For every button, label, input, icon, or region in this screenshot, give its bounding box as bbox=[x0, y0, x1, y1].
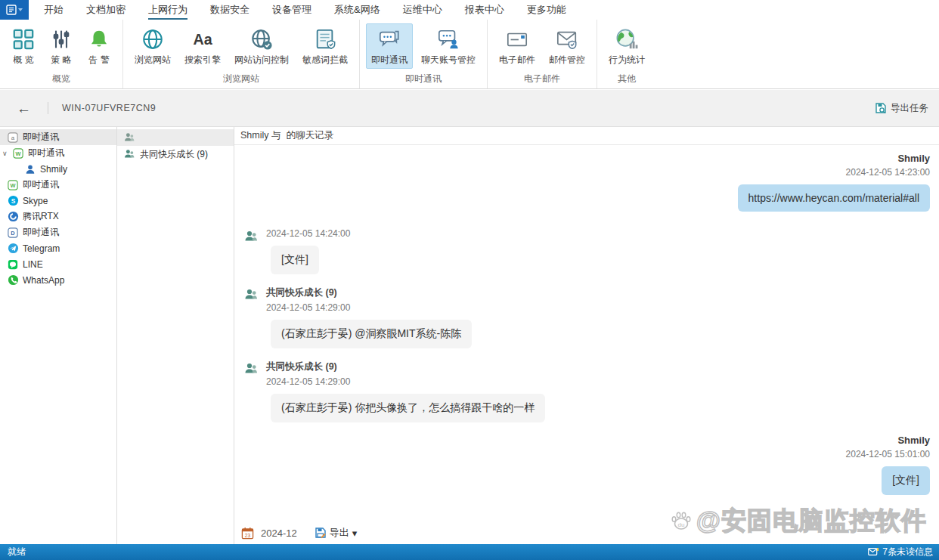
tree-item-wechat[interactable]: ∨ W 即时通讯 bbox=[0, 145, 116, 161]
message-list[interactable]: Shmily 2024-12-05 14:23:00 https://www.h… bbox=[234, 145, 939, 521]
email-label: 电子邮件 bbox=[499, 54, 535, 67]
tab-doc-encrypt[interactable]: 文档加密 bbox=[86, 0, 126, 20]
ribbon-group-im: 即时通讯 聊天账号管控 bbox=[359, 20, 487, 88]
rtx-icon bbox=[7, 211, 19, 223]
contact-row-blank[interactable] bbox=[117, 129, 234, 146]
alert-button[interactable]: 告 警 bbox=[82, 23, 116, 69]
message-bubble[interactable]: https://www.heycan.com/material#all bbox=[738, 184, 930, 212]
mail-control-button[interactable]: 邮件管控 bbox=[544, 23, 590, 69]
export-task-label: 导出任务 bbox=[891, 102, 928, 115]
chat-message: Shmily 2024-12-05 14:23:00 https://www.h… bbox=[738, 153, 930, 212]
chat-footer: 23 2024-12 导出 ▾ bbox=[234, 521, 939, 544]
site-access-control-label: 网站访问控制 bbox=[234, 54, 289, 67]
back-arrow-button[interactable]: ← bbox=[17, 101, 31, 116]
chat-account-control-button[interactable]: 聊天账号管控 bbox=[416, 23, 481, 69]
chat-message: 2024-12-05 14:24:00 [文件] bbox=[243, 228, 350, 274]
tree-item-skype[interactable]: S Skype bbox=[0, 193, 116, 209]
ribbon-group-label: 电子邮件 bbox=[494, 70, 590, 88]
sliders-icon bbox=[49, 27, 73, 51]
tree-item-label: 腾讯RTX bbox=[23, 210, 59, 223]
line-icon bbox=[7, 258, 19, 271]
search-engine-button[interactable]: Aa 搜索引擎 bbox=[179, 23, 226, 69]
group-icon bbox=[123, 148, 135, 160]
unread-messages-button[interactable]: 7条未读信息 bbox=[868, 546, 939, 558]
message-time: 2024-12-05 15:01:00 bbox=[846, 449, 930, 459]
app-menu-button[interactable] bbox=[0, 0, 29, 20]
browse-sites-button[interactable]: 浏览网站 bbox=[129, 23, 176, 69]
tab-web-behavior[interactable]: 上网行为 bbox=[148, 0, 187, 20]
behavior-stats-button[interactable]: 行为统计 bbox=[603, 23, 650, 69]
tree-item-label: Skype bbox=[23, 196, 48, 206]
group-avatar-icon bbox=[243, 287, 259, 302]
svg-text:a: a bbox=[11, 135, 15, 141]
chat-user-icon bbox=[436, 27, 460, 51]
save-icon bbox=[315, 527, 327, 539]
chat-message: Shmily 2024-12-05 15:01:00 [文件] bbox=[846, 435, 930, 495]
user-blue-icon bbox=[24, 163, 36, 175]
group-avatar-icon bbox=[243, 229, 259, 244]
tree-item-label: LINE bbox=[23, 259, 43, 270]
calendar-icon[interactable]: 23 bbox=[241, 527, 254, 540]
im-all-icon: a bbox=[7, 131, 19, 144]
device-name: WIN-07UFVRE7CN9 bbox=[62, 103, 156, 113]
alert-label: 告 警 bbox=[88, 54, 109, 67]
tree-item-telegram[interactable]: Telegram bbox=[0, 240, 116, 256]
chevron-down-icon bbox=[18, 8, 23, 11]
status-text: 就绪 bbox=[0, 546, 26, 558]
status-bar: 就绪 7条未读信息 bbox=[0, 544, 939, 560]
policy-button[interactable]: 策 略 bbox=[44, 23, 79, 69]
message-time: 2024-12-05 14:29:00 bbox=[266, 302, 472, 313]
bell-icon bbox=[87, 27, 111, 51]
tree-item-line[interactable]: LINE bbox=[0, 256, 116, 272]
globe-check-icon bbox=[249, 27, 274, 51]
divider bbox=[48, 102, 48, 114]
chevron-down-icon[interactable]: ∨ bbox=[2, 150, 8, 157]
message-bubble[interactable]: (石家庄彭于晏) 你把头像换了，怎么搞得跟干啥的一样 bbox=[271, 394, 545, 422]
month-selector[interactable]: 2024-12 bbox=[261, 528, 297, 539]
export-button[interactable]: 导出 ▾ bbox=[315, 526, 358, 540]
font-icon: Aa bbox=[191, 27, 215, 51]
tree-item-whatsapp[interactable]: WhatsApp bbox=[0, 272, 116, 288]
skype-icon: S bbox=[7, 195, 19, 207]
tab-system-network[interactable]: 系统&网络 bbox=[334, 0, 380, 20]
ribbon-tab-bar: 开始 文档加密 上网行为 数据安全 设备管理 系统&网络 运维中心 报表中心 更… bbox=[0, 0, 939, 20]
chat-account-control-label: 聊天账号管控 bbox=[421, 54, 476, 67]
tab-start[interactable]: 开始 bbox=[44, 0, 64, 20]
contact-row-group[interactable]: 共同快乐成长 (9) bbox=[117, 146, 234, 162]
message-bubble[interactable]: [文件] bbox=[271, 246, 319, 274]
tab-more-features[interactable]: 更多功能 bbox=[527, 0, 566, 20]
ribbon-group-label: 即时通讯 bbox=[366, 70, 481, 88]
app-window: 开始 文档加密 上网行为 数据安全 设备管理 系统&网络 运维中心 报表中心 更… bbox=[0, 0, 939, 560]
tree-item-dingtalk[interactable]: D 即时通讯 bbox=[0, 224, 116, 240]
tree-item-wechat-2[interactable]: W 即时通讯 bbox=[0, 177, 116, 193]
mail-notification-icon bbox=[868, 548, 879, 556]
device-header-band: ← WIN-07UFVRE7CN9 导出任务 bbox=[0, 90, 939, 127]
tree-item-im-all[interactable]: a 即时通讯 bbox=[0, 129, 116, 145]
tree-item-shmily[interactable]: Shmily bbox=[0, 161, 116, 177]
tab-data-security[interactable]: 数据安全 bbox=[210, 0, 249, 20]
overview-button[interactable]: 概 览 bbox=[6, 23, 41, 69]
tab-ops-center[interactable]: 运维中心 bbox=[403, 0, 442, 20]
email-button[interactable]: 电子邮件 bbox=[494, 23, 541, 69]
tab-device-manage[interactable]: 设备管理 bbox=[272, 0, 311, 20]
mail-control-label: 邮件管控 bbox=[549, 54, 585, 67]
globe-stats-icon bbox=[615, 27, 639, 51]
message-bubble[interactable]: (石家庄彭于晏) @洞察眼MIT系统-陈陈 bbox=[271, 320, 472, 348]
save-export-icon bbox=[875, 102, 887, 114]
tab-report-center[interactable]: 报表中心 bbox=[465, 0, 504, 20]
im-button[interactable]: 即时通讯 bbox=[366, 23, 413, 69]
tree-item-label: WhatsApp bbox=[23, 275, 64, 286]
message-bubble[interactable]: [文件] bbox=[882, 466, 930, 495]
overview-label: 概 览 bbox=[13, 54, 33, 67]
export-task-button[interactable]: 导出任务 bbox=[875, 102, 928, 115]
wechat-icon: W bbox=[7, 179, 19, 191]
site-access-control-button[interactable]: 网站访问控制 bbox=[229, 23, 294, 69]
export-label: 导出 bbox=[330, 526, 349, 540]
ribbon-group-label: 其他 bbox=[603, 70, 650, 88]
unread-messages-label: 7条未读信息 bbox=[882, 546, 933, 558]
ribbon-group-overview: 概 览 策 略 告 警 bbox=[0, 20, 122, 88]
tree-item-rtx[interactable]: 腾讯RTX bbox=[0, 209, 116, 224]
sensitive-word-button[interactable]: 敏感词拦截 bbox=[297, 23, 353, 69]
wechat-icon: W bbox=[12, 147, 24, 159]
message-time: 2024-12-05 14:23:00 bbox=[738, 167, 930, 178]
